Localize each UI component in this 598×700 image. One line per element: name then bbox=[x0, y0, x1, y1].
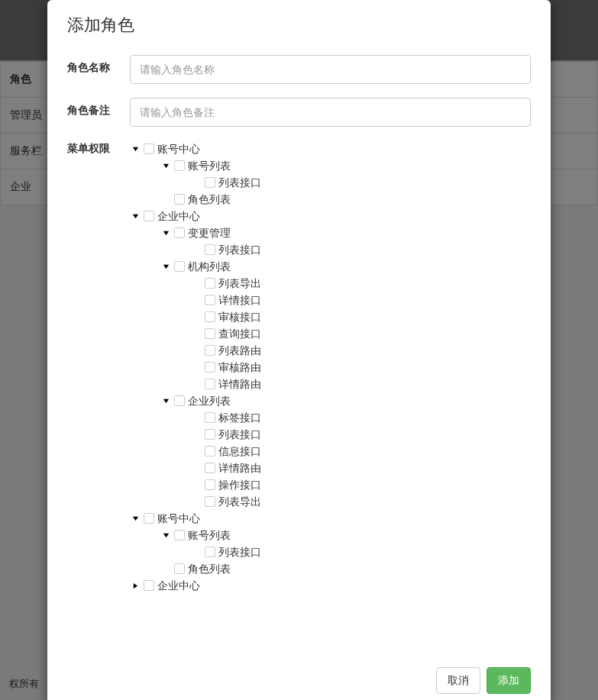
tree-label: 详情路由 bbox=[218, 460, 261, 476]
tree-label: 列表导出 bbox=[218, 275, 261, 292]
tree-node: 账号列表列表接口 bbox=[160, 157, 531, 191]
permission-tree: 账号中心账号列表列表接口角色列表企业中心变更管理列表接口机构列表列表导出详情接口… bbox=[130, 140, 531, 594]
form-row-name: 角色名称 bbox=[67, 55, 531, 84]
tree-children: 列表接口 bbox=[191, 174, 531, 191]
tree-checkbox[interactable] bbox=[205, 547, 215, 557]
tree-checkbox[interactable] bbox=[205, 311, 215, 322]
tree-checkbox[interactable] bbox=[174, 261, 185, 272]
tree-label: 账号列表 bbox=[188, 527, 231, 544]
modal-title: 添加角色 bbox=[67, 14, 531, 37]
tree-row: 查询接口 bbox=[191, 325, 531, 342]
caret-down-icon[interactable] bbox=[130, 513, 141, 524]
caret-down-icon[interactable] bbox=[160, 227, 171, 238]
svg-marker-5 bbox=[163, 231, 168, 234]
caret-right-icon[interactable] bbox=[130, 580, 141, 591]
tree-checkbox[interactable] bbox=[205, 177, 215, 188]
tree-row: 列表接口 bbox=[191, 426, 531, 443]
tree-label: 列表导出 bbox=[218, 493, 261, 510]
tree-label: 标签接口 bbox=[218, 409, 261, 426]
svg-marker-4 bbox=[132, 214, 137, 218]
submit-button[interactable]: 添加 bbox=[486, 667, 531, 694]
role-name-input[interactable] bbox=[130, 55, 531, 84]
tree-label: 详情接口 bbox=[218, 292, 261, 308]
modal-body: 角色名称 角色备注 菜单权限 账号中心账号列表列表接口角色列表企业中心变更管理列… bbox=[47, 49, 551, 656]
tree-label: 操作接口 bbox=[218, 476, 261, 493]
tree-node: 角色列表 bbox=[160, 560, 531, 577]
tree-node: 列表接口 bbox=[191, 426, 531, 443]
tree-checkbox[interactable] bbox=[174, 194, 185, 205]
tree-node: 详情路由 bbox=[191, 376, 531, 392]
tree-row: 操作接口 bbox=[191, 476, 531, 493]
tree-checkbox[interactable] bbox=[205, 278, 215, 289]
tree-checkbox[interactable] bbox=[144, 513, 154, 524]
caret-down-icon[interactable] bbox=[160, 530, 171, 540]
tree-label: 企业列表 bbox=[188, 392, 231, 409]
svg-marker-0 bbox=[132, 147, 137, 150]
tree-row: 角色列表 bbox=[160, 191, 531, 208]
tree-checkbox[interactable] bbox=[205, 496, 215, 507]
tree-node: 角色列表 bbox=[160, 191, 531, 208]
role-remark-input[interactable] bbox=[130, 98, 531, 127]
tree-checkbox[interactable] bbox=[205, 446, 215, 456]
tree-checkbox[interactable] bbox=[205, 328, 215, 339]
tree-checkbox[interactable] bbox=[205, 362, 215, 373]
tree-row: 机构列表 bbox=[160, 258, 531, 275]
tree-node: 企业列表标签接口列表接口信息接口详情路由操作接口列表导出 bbox=[160, 392, 531, 510]
tree-row: 列表路由 bbox=[191, 342, 531, 359]
tree-checkbox[interactable] bbox=[205, 479, 215, 490]
tree-checkbox[interactable] bbox=[144, 144, 154, 154]
tree-checkbox[interactable] bbox=[205, 295, 215, 305]
caret-down-icon[interactable] bbox=[160, 395, 171, 406]
caret-down-icon[interactable] bbox=[160, 160, 171, 171]
tree-children: 列表接口 bbox=[191, 544, 531, 560]
tree-node: 列表导出 bbox=[191, 275, 531, 292]
tree-checkbox[interactable] bbox=[205, 412, 215, 423]
tree-row: 账号中心 bbox=[130, 510, 531, 527]
tree-row: 详情路由 bbox=[191, 376, 531, 392]
tree-row: 列表导出 bbox=[191, 275, 531, 292]
tree-row: 账号列表 bbox=[160, 527, 531, 544]
tree-row: 列表接口 bbox=[191, 174, 531, 191]
tree-node: 操作接口 bbox=[191, 476, 531, 493]
tree-checkbox[interactable] bbox=[205, 379, 215, 389]
tree-checkbox[interactable] bbox=[174, 395, 185, 406]
tree-checkbox[interactable] bbox=[174, 160, 185, 171]
tree-label: 企业中心 bbox=[157, 208, 200, 224]
tree-row: 变更管理 bbox=[160, 224, 531, 241]
cancel-button[interactable]: 取消 bbox=[436, 667, 480, 694]
svg-marker-1 bbox=[163, 163, 168, 167]
tree-checkbox[interactable] bbox=[174, 530, 185, 540]
tree-node: 企业中心 bbox=[130, 577, 531, 594]
tree-row: 详情接口 bbox=[191, 292, 531, 308]
tree-row: 列表接口 bbox=[191, 241, 531, 258]
menu-perm-label: 菜单权限 bbox=[67, 140, 130, 156]
form-row-remark: 角色备注 bbox=[67, 98, 531, 127]
tree-checkbox[interactable] bbox=[144, 211, 154, 221]
modal-footer: 取消 添加 bbox=[47, 656, 551, 700]
tree-checkbox[interactable] bbox=[174, 563, 185, 574]
tree-node: 账号中心账号列表列表接口角色列表 bbox=[130, 140, 531, 208]
tree-node: 列表导出 bbox=[191, 493, 531, 510]
tree-checkbox[interactable] bbox=[144, 580, 154, 591]
tree-checkbox[interactable] bbox=[205, 345, 215, 356]
tree-checkbox[interactable] bbox=[174, 227, 185, 238]
tree-checkbox[interactable] bbox=[205, 244, 215, 255]
tree-node: 列表路由 bbox=[191, 342, 531, 359]
tree-node: 审核路由 bbox=[191, 359, 531, 376]
tree-label: 角色列表 bbox=[188, 560, 231, 577]
tree-checkbox[interactable] bbox=[205, 463, 215, 473]
tree-row: 企业中心 bbox=[130, 577, 531, 594]
caret-down-icon[interactable] bbox=[130, 211, 141, 221]
svg-marker-15 bbox=[163, 398, 168, 402]
svg-marker-7 bbox=[163, 264, 168, 268]
tree-node: 详情接口 bbox=[191, 292, 531, 308]
tree-checkbox[interactable] bbox=[205, 429, 215, 440]
caret-down-icon[interactable] bbox=[130, 144, 141, 154]
caret-down-icon[interactable] bbox=[160, 261, 171, 272]
tree-node: 列表接口 bbox=[191, 174, 531, 191]
tree-row: 审核接口 bbox=[191, 308, 531, 325]
tree-node: 账号列表列表接口 bbox=[160, 527, 531, 560]
tree-label: 列表接口 bbox=[218, 174, 261, 191]
tree-label: 审核路由 bbox=[218, 359, 261, 376]
tree-node: 机构列表列表导出详情接口审核接口查询接口列表路由审核路由详情路由 bbox=[160, 258, 531, 392]
